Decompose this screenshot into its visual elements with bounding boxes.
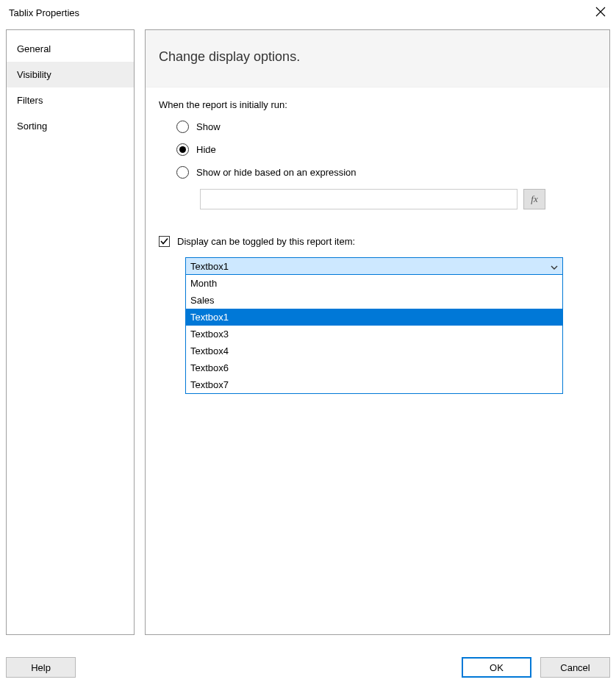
radio-label: Show or hide based on an expression [196, 167, 357, 178]
combo-list: Month Sales Textbox1 Textbox3 Textbox4 T… [186, 275, 562, 393]
combo-selected-value: Textbox1 [190, 261, 229, 272]
radio-icon [176, 121, 189, 133]
combo-option[interactable]: Textbox4 [186, 342, 562, 359]
initial-run-label: When the report is initially run: [159, 99, 596, 110]
checkbox-icon [159, 236, 170, 247]
radio-label: Hide [196, 144, 216, 155]
combo-option[interactable]: Textbox6 [186, 359, 562, 376]
combo-option[interactable]: Month [186, 275, 562, 292]
titlebar: Tablix Properties [0, 0, 616, 25]
content-area: General Visibility Filters Sorting Chang… [6, 29, 610, 635]
sidebar-item-visibility[interactable]: Visibility [7, 62, 134, 87]
page-heading: Change display options. [146, 30, 609, 87]
button-bar: Help OK Cancel [6, 657, 610, 678]
chevron-down-icon [551, 261, 558, 272]
cancel-button[interactable]: Cancel [540, 657, 610, 678]
close-icon[interactable] [592, 7, 609, 19]
radio-icon [176, 143, 189, 156]
radio-hide[interactable]: Hide [176, 143, 596, 156]
expression-input[interactable] [200, 189, 517, 209]
sidebar-item-sorting[interactable]: Sorting [7, 113, 134, 139]
combo-display[interactable]: Textbox1 [186, 258, 562, 275]
ok-button[interactable]: OK [462, 657, 531, 678]
fx-button[interactable]: fx [523, 189, 545, 209]
window-title: Tablix Properties [9, 7, 79, 18]
combo-option[interactable]: Textbox3 [186, 326, 562, 342]
radio-expression[interactable]: Show or hide based on an expression [176, 166, 596, 179]
button-group-right: OK Cancel [462, 657, 610, 678]
main-body: When the report is initially run: Show H… [146, 87, 609, 407]
toggle-item-combo-wrap: Textbox1 Month Sales Textbox1 Textbox3 T… [159, 257, 596, 394]
help-button[interactable]: Help [6, 657, 76, 678]
toggle-checkbox-label: Display can be toggled by this report it… [177, 236, 355, 247]
toggle-checkbox-row[interactable]: Display can be toggled by this report it… [159, 236, 596, 247]
sidebar: General Visibility Filters Sorting [6, 29, 135, 635]
combo-option[interactable]: Textbox7 [186, 376, 562, 393]
main-panel: Change display options. When the report … [145, 29, 610, 635]
toggle-item-combo[interactable]: Textbox1 Month Sales Textbox1 Textbox3 T… [185, 257, 563, 394]
sidebar-item-filters[interactable]: Filters [7, 87, 134, 113]
sidebar-item-general[interactable]: General [7, 36, 134, 62]
combo-option[interactable]: Sales [186, 292, 562, 309]
radio-show[interactable]: Show [176, 121, 596, 133]
radio-icon [176, 166, 189, 179]
radio-group-initial-visibility: Show Hide Show or hide based on an expre… [159, 121, 596, 179]
combo-option[interactable]: Textbox1 [186, 309, 562, 326]
radio-label: Show [196, 121, 221, 132]
fx-icon: fx [531, 193, 537, 205]
expression-row: fx [159, 189, 596, 209]
